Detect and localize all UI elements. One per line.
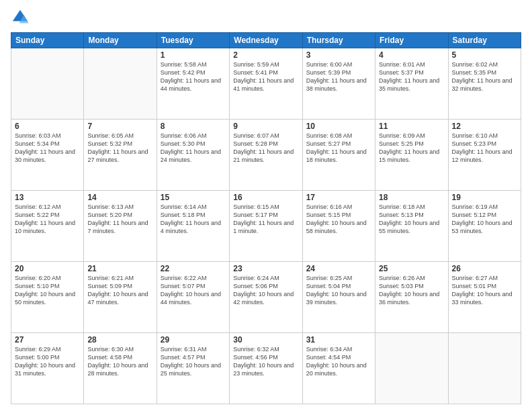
sunset-text: Sunset: 5:03 PM bbox=[379, 282, 444, 290]
weekday-header-sunday: Sunday bbox=[11, 33, 84, 48]
day-number: 6 bbox=[15, 122, 80, 131]
weekday-header-thursday: Thursday bbox=[302, 33, 375, 48]
day-number: 19 bbox=[452, 193, 517, 202]
sunrise-text: Sunrise: 6:19 AM bbox=[452, 203, 517, 211]
calendar-cell: 27Sunrise: 6:29 AMSunset: 5:00 PMDayligh… bbox=[11, 333, 84, 404]
day-number: 30 bbox=[233, 335, 298, 345]
sunset-text: Sunset: 5:35 PM bbox=[452, 68, 517, 77]
daylight-text: Daylight: 10 hours and 47 minutes. bbox=[87, 290, 152, 306]
sunrise-text: Sunrise: 5:58 AM bbox=[161, 60, 226, 68]
day-info: Sunrise: 6:21 AMSunset: 5:09 PMDaylight:… bbox=[87, 274, 152, 307]
day-number: 4 bbox=[379, 50, 444, 60]
header bbox=[11, 8, 521, 27]
sunrise-text: Sunrise: 6:10 AM bbox=[452, 132, 517, 140]
sunrise-text: Sunrise: 6:09 AM bbox=[379, 132, 444, 140]
sunrise-text: Sunrise: 6:07 AM bbox=[233, 132, 298, 140]
sunset-text: Sunset: 5:37 PM bbox=[379, 68, 444, 77]
calendar-cell bbox=[448, 333, 521, 404]
calendar-cell bbox=[84, 48, 157, 120]
day-number: 24 bbox=[306, 264, 371, 273]
sunset-text: Sunset: 4:58 PM bbox=[87, 353, 152, 361]
day-info: Sunrise: 6:05 AMSunset: 5:32 PMDaylight:… bbox=[87, 132, 152, 165]
day-number: 12 bbox=[452, 122, 517, 131]
daylight-text: Daylight: 11 hours and 27 minutes. bbox=[87, 148, 152, 164]
daylight-text: Daylight: 10 hours and 55 minutes. bbox=[379, 219, 444, 235]
day-number: 13 bbox=[15, 193, 80, 202]
daylight-text: Daylight: 11 hours and 41 minutes. bbox=[233, 77, 298, 93]
day-number: 27 bbox=[15, 335, 80, 345]
calendar-cell: 1Sunrise: 5:58 AMSunset: 5:42 PMDaylight… bbox=[157, 48, 229, 120]
calendar-cell: 24Sunrise: 6:25 AMSunset: 5:04 PMDayligh… bbox=[302, 262, 375, 333]
daylight-text: Daylight: 10 hours and 53 minutes. bbox=[452, 219, 517, 235]
sunset-text: Sunset: 5:07 PM bbox=[161, 282, 226, 290]
calendar-cell: 19Sunrise: 6:19 AMSunset: 5:12 PMDayligh… bbox=[448, 191, 521, 262]
calendar-cell: 29Sunrise: 6:31 AMSunset: 4:57 PMDayligh… bbox=[157, 333, 229, 404]
day-number: 25 bbox=[379, 264, 444, 273]
calendar-cell: 3Sunrise: 6:00 AMSunset: 5:39 PMDaylight… bbox=[302, 48, 375, 120]
sunrise-text: Sunrise: 6:15 AM bbox=[233, 203, 298, 211]
daylight-text: Daylight: 10 hours and 39 minutes. bbox=[306, 290, 371, 306]
page: SundayMondayTuesdayWednesdayThursdayFrid… bbox=[0, 0, 532, 411]
calendar-cell: 14Sunrise: 6:13 AMSunset: 5:20 PMDayligh… bbox=[84, 191, 157, 262]
daylight-text: Daylight: 10 hours and 50 minutes. bbox=[15, 290, 80, 306]
calendar-cell: 26Sunrise: 6:27 AMSunset: 5:01 PMDayligh… bbox=[448, 262, 521, 333]
day-number: 2 bbox=[233, 50, 298, 60]
weekday-header-monday: Monday bbox=[84, 33, 157, 48]
calendar-cell: 20Sunrise: 6:20 AMSunset: 5:10 PMDayligh… bbox=[11, 262, 84, 333]
day-info: Sunrise: 6:34 AMSunset: 4:54 PMDaylight:… bbox=[306, 345, 371, 378]
day-number: 20 bbox=[15, 264, 80, 273]
calendar-cell: 23Sunrise: 6:24 AMSunset: 5:06 PMDayligh… bbox=[230, 262, 302, 333]
daylight-text: Daylight: 10 hours and 42 minutes. bbox=[233, 290, 298, 306]
calendar-cell: 15Sunrise: 6:14 AMSunset: 5:18 PMDayligh… bbox=[157, 191, 229, 262]
sunrise-text: Sunrise: 6:30 AM bbox=[87, 345, 152, 353]
daylight-text: Daylight: 11 hours and 30 minutes. bbox=[15, 148, 80, 164]
calendar-cell: 10Sunrise: 6:08 AMSunset: 5:27 PMDayligh… bbox=[302, 120, 375, 191]
day-number: 18 bbox=[379, 193, 444, 202]
day-number: 10 bbox=[306, 122, 371, 131]
sunset-text: Sunset: 5:22 PM bbox=[15, 211, 80, 219]
day-number: 3 bbox=[306, 50, 371, 60]
daylight-text: Daylight: 10 hours and 36 minutes. bbox=[379, 290, 444, 306]
day-number: 26 bbox=[452, 264, 517, 273]
day-info: Sunrise: 6:06 AMSunset: 5:30 PMDaylight:… bbox=[161, 132, 226, 165]
calendar-cell: 13Sunrise: 6:12 AMSunset: 5:22 PMDayligh… bbox=[11, 191, 84, 262]
day-info: Sunrise: 6:08 AMSunset: 5:27 PMDaylight:… bbox=[306, 132, 371, 165]
calendar-cell: 21Sunrise: 6:21 AMSunset: 5:09 PMDayligh… bbox=[84, 262, 157, 333]
sunset-text: Sunset: 5:15 PM bbox=[306, 211, 371, 219]
day-info: Sunrise: 6:07 AMSunset: 5:28 PMDaylight:… bbox=[233, 132, 298, 165]
day-info: Sunrise: 6:03 AMSunset: 5:34 PMDaylight:… bbox=[15, 132, 80, 165]
daylight-text: Daylight: 11 hours and 12 minutes. bbox=[452, 148, 517, 164]
calendar-cell: 12Sunrise: 6:10 AMSunset: 5:23 PMDayligh… bbox=[448, 120, 521, 191]
daylight-text: Daylight: 11 hours and 7 minutes. bbox=[87, 219, 152, 235]
daylight-text: Daylight: 11 hours and 4 minutes. bbox=[161, 219, 226, 235]
sunrise-text: Sunrise: 6:22 AM bbox=[161, 274, 226, 282]
sunset-text: Sunset: 4:56 PM bbox=[233, 353, 298, 361]
sunrise-text: Sunrise: 6:29 AM bbox=[15, 345, 80, 353]
sunset-text: Sunset: 5:13 PM bbox=[379, 211, 444, 219]
day-number: 17 bbox=[306, 193, 371, 202]
sunset-text: Sunset: 5:01 PM bbox=[452, 282, 517, 290]
sunset-text: Sunset: 5:42 PM bbox=[161, 68, 226, 77]
sunset-text: Sunset: 4:54 PM bbox=[306, 353, 371, 361]
sunset-text: Sunset: 5:27 PM bbox=[306, 140, 371, 148]
daylight-text: Daylight: 11 hours and 44 minutes. bbox=[161, 77, 226, 93]
day-info: Sunrise: 6:29 AMSunset: 5:00 PMDaylight:… bbox=[15, 345, 80, 378]
day-info: Sunrise: 6:24 AMSunset: 5:06 PMDaylight:… bbox=[233, 274, 298, 307]
sunrise-text: Sunrise: 6:27 AM bbox=[452, 274, 517, 282]
calendar-table: SundayMondayTuesdayWednesdayThursdayFrid… bbox=[11, 32, 521, 404]
sunset-text: Sunset: 5:23 PM bbox=[452, 140, 517, 148]
day-info: Sunrise: 6:19 AMSunset: 5:12 PMDaylight:… bbox=[452, 203, 517, 236]
daylight-text: Daylight: 11 hours and 1 minute. bbox=[233, 219, 298, 235]
daylight-text: Daylight: 11 hours and 18 minutes. bbox=[306, 148, 371, 164]
day-info: Sunrise: 6:25 AMSunset: 5:04 PMDaylight:… bbox=[306, 274, 371, 307]
calendar-cell: 22Sunrise: 6:22 AMSunset: 5:07 PMDayligh… bbox=[157, 262, 229, 333]
sunrise-text: Sunrise: 6:20 AM bbox=[15, 274, 80, 282]
weekday-header-wednesday: Wednesday bbox=[230, 33, 302, 48]
calendar-cell: 8Sunrise: 6:06 AMSunset: 5:30 PMDaylight… bbox=[157, 120, 229, 191]
sunrise-text: Sunrise: 6:14 AM bbox=[161, 203, 226, 211]
sunset-text: Sunset: 5:41 PM bbox=[233, 68, 298, 77]
day-info: Sunrise: 6:26 AMSunset: 5:03 PMDaylight:… bbox=[379, 274, 444, 307]
weekday-header-friday: Friday bbox=[375, 33, 448, 48]
day-info: Sunrise: 6:09 AMSunset: 5:25 PMDaylight:… bbox=[379, 132, 444, 165]
day-info: Sunrise: 6:10 AMSunset: 5:23 PMDaylight:… bbox=[452, 132, 517, 165]
